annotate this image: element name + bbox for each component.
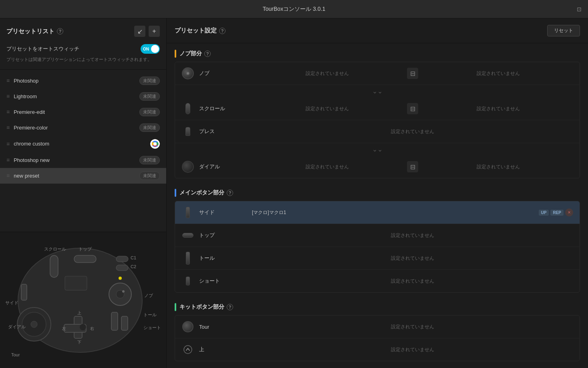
short-label: ショート — [143, 325, 160, 330]
drag-icon: ≡ — [6, 124, 10, 131]
close-button[interactable]: × — [565, 208, 573, 216]
preset-name: new preset — [14, 173, 135, 179]
device-svg: スクロール トップ C1 C2 ノブ トール ショート サイド ダイアル Tou… — [0, 232, 160, 360]
right-panel: プリセット設定 ? リセット ノブ部分 ?ノブ設定されていません⊟設定されていま… — [167, 18, 588, 368]
setting-row-knob[interactable]: ノブ設定されていません⊟設定されていません — [175, 62, 580, 85]
preset-item-photoshop-new[interactable]: ≡Photoshop new未関連 — [0, 152, 166, 168]
preset-badge: 未関連 — [139, 156, 160, 164]
preset-list-title: プリセットリスト ? — [6, 28, 63, 35]
left-dir-label: 左 — [62, 326, 66, 331]
add-preset-button[interactable]: + — [149, 26, 160, 37]
setting-row-scroll[interactable]: スクロール設定されていません⊟設定されていません — [175, 97, 580, 120]
app-title: TourBoxコンソール 3.0.1 — [263, 6, 325, 13]
dial-shape — [182, 161, 194, 173]
svg-rect-8 — [65, 276, 87, 290]
auto-switch-toggle[interactable]: ON — [141, 44, 160, 54]
left-panel: プリセットリスト ? ↙ + プリセットをオートスウィッチ ON プリセットは関… — [0, 18, 167, 368]
preset-items-list: ≡Photoshop未関連≡Lightroom未関連≡Premiere-edit… — [0, 70, 166, 232]
svg-rect-5 — [116, 256, 128, 262]
drag-icon: ≡ — [6, 141, 10, 147]
assigned-value-side: [マクロ]マクロ1 — [252, 209, 534, 216]
tour-icon — [181, 320, 194, 333]
setting-row-short[interactable]: ショート設定されていません — [175, 270, 580, 292]
setting-label-tour: Tour — [199, 324, 247, 330]
section-items-kit-button: Tour設定されていません上設定されていません — [175, 315, 580, 361]
preset-item-premiere-color[interactable]: ≡Premiere-color未関連 — [0, 120, 166, 135]
header-actions: ↙ + — [134, 26, 160, 37]
preset-badge: 未関連 — [139, 108, 160, 116]
svg-rect-7 — [21, 284, 27, 300]
preset-name: Lightroom — [14, 93, 135, 99]
preset-item-new-preset[interactable]: ≡new preset未関連 — [0, 168, 166, 184]
up-arrow-shape — [183, 345, 193, 354]
section-main-button: メインボタン部分 ?サイド[マクロ]マクロ1UPREP×トップ設定されていません… — [167, 182, 588, 293]
value-top: 設定されていません — [252, 232, 573, 239]
section-title-main-button: メインボタン部分 ? — [179, 189, 233, 196]
knob-icon — [181, 67, 194, 80]
device-diagram: スクロール トップ C1 C2 ノブ トール ショート サイド ダイアル Tou… — [0, 232, 166, 368]
value-tour: 設定されていません — [252, 324, 573, 330]
preset-item-chrome-custom[interactable]: ≡chrome custom — [0, 135, 166, 152]
setting-row-press[interactable]: プレス設定されていません — [175, 120, 580, 143]
setting-row-top[interactable]: トップ設定されていません — [175, 224, 580, 247]
settings-help[interactable]: ? — [219, 28, 226, 34]
up-dir-label: 上 — [77, 311, 81, 315]
up-badge: UP — [539, 210, 549, 216]
preset-badge: 未関連 — [139, 172, 160, 180]
setting-label-knob: ノブ — [199, 70, 247, 77]
preset-list-help[interactable]: ? — [57, 28, 63, 34]
section-items-main-button: サイド[マクロ]マクロ1UPREP×トップ設定されていませんトール設定されていま… — [175, 201, 580, 293]
svg-point-14 — [80, 324, 86, 330]
short-icon — [181, 275, 194, 287]
eq-icon[interactable]: ⊟ — [407, 103, 418, 114]
dial-icon — [181, 160, 194, 173]
toggle-knob — [151, 45, 159, 53]
up-arrow-icon — [181, 343, 194, 356]
scroll-label: スクロール — [44, 247, 66, 251]
reset-button[interactable]: リセット — [547, 25, 580, 36]
svg-rect-19 — [121, 316, 128, 330]
window-icon[interactable]: ⊡ — [577, 6, 582, 12]
row-actions: UPREP× — [539, 208, 573, 216]
setting-row-tall[interactable]: トール設定されていません — [175, 247, 580, 270]
expand-row[interactable]: ⌄⌄ — [175, 85, 580, 97]
setting-label-scroll: スクロール — [199, 105, 247, 112]
setting-row-tour[interactable]: Tour設定されていません — [175, 315, 580, 338]
section-title-knob: ノブ部分 ? — [179, 50, 211, 57]
preset-item-premiere-edit[interactable]: ≡Premiere-edit未関連 — [0, 104, 166, 120]
preset-name: chrome custom — [14, 141, 146, 147]
eq-icon[interactable]: ⊟ — [407, 68, 418, 79]
section-help[interactable]: ? — [227, 304, 233, 310]
settings-scroll[interactable]: ノブ部分 ?ノブ設定されていません⊟設定されていません⌄⌄スクロール設定されてい… — [167, 43, 588, 368]
scroll-icon — [181, 102, 194, 115]
c2-label: C2 — [131, 264, 136, 269]
drag-icon: ≡ — [6, 93, 10, 99]
chrome-icon — [150, 139, 160, 149]
setting-row-side[interactable]: サイド[マクロ]マクロ1UPREP× — [175, 201, 580, 224]
setting-row-up[interactable]: 上設定されていません — [175, 338, 580, 361]
preset-item-lightroom[interactable]: ≡Lightroom未関連 — [0, 89, 166, 104]
setting-label-short: ショート — [199, 277, 247, 285]
preset-item-photoshop[interactable]: ≡Photoshop未関連 — [0, 73, 166, 89]
top-label: トップ — [79, 247, 92, 251]
import-button[interactable]: ↙ — [134, 26, 145, 37]
right-value-dial: 設定されていません — [423, 164, 573, 170]
expand-row[interactable]: ⌄⌄ — [175, 143, 580, 156]
preset-name: Photoshop new — [14, 157, 135, 163]
section-color-bar — [175, 303, 176, 311]
section-items-knob: ノブ設定されていません⊟設定されていません⌄⌄スクロール設定されていません⊟設定… — [175, 62, 580, 178]
section-color-bar — [175, 50, 176, 58]
preset-badge: 未関連 — [139, 77, 160, 85]
preset-list-header: プリセットリスト ? ↙ + — [0, 18, 166, 41]
setting-row-dial[interactable]: ダイアル設定されていません⊟設定されていません — [175, 156, 580, 178]
setting-label-dial: ダイアル — [199, 163, 247, 170]
section-help[interactable]: ? — [204, 51, 211, 57]
section-help[interactable]: ? — [227, 190, 233, 196]
setting-label-press: プレス — [199, 128, 247, 135]
svg-point-21 — [184, 346, 192, 354]
c1-label: C1 — [131, 255, 136, 260]
eq-icon[interactable]: ⊟ — [407, 161, 418, 172]
press-shape — [185, 127, 190, 136]
right-value-knob: 設定されていません — [423, 70, 573, 77]
tall-icon — [181, 252, 194, 265]
